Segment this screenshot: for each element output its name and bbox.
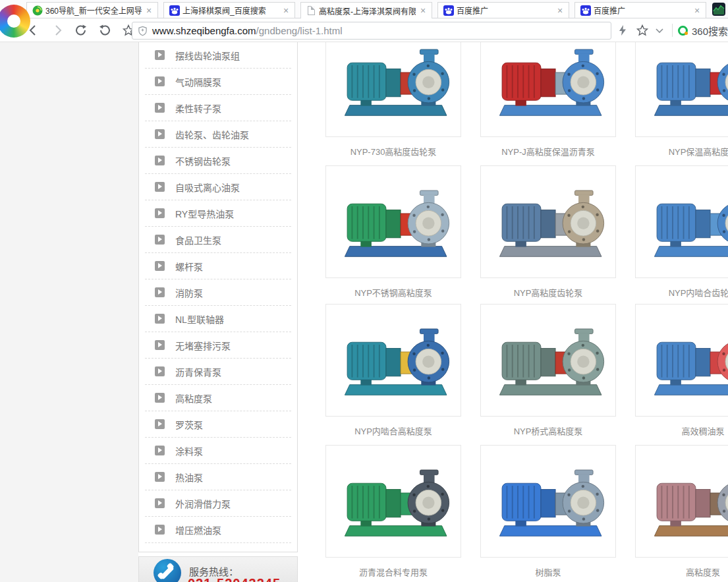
- product-caption-link[interactable]: NYP不锈钢高粘度泵: [325, 286, 461, 299]
- product-pump-image: [488, 37, 609, 125]
- product-caption-link[interactable]: NYP-730高粘度齿轮泵: [325, 145, 461, 158]
- baidu-favicon-icon: [443, 5, 454, 16]
- browser-toolbar: www.shzeqibengfa.com/gndbeng/list-1.html…: [0, 18, 728, 42]
- product-pump-image: [333, 37, 454, 125]
- browser-tab[interactable]: 上海择棋泵阀_百度搜索×: [163, 2, 295, 18]
- product-card[interactable]: [480, 304, 616, 417]
- tab-close-icon[interactable]: ×: [555, 6, 565, 15]
- browser-tab[interactable]: 360导航_新一代安全上网导航×: [26, 2, 158, 18]
- refresh-button[interactable]: [74, 23, 88, 38]
- stock-widget-icon[interactable]: [712, 3, 725, 16]
- tab-strip: 360导航_新一代安全上网导航×上海择棋泵阀_百度搜索×高粘度泵-上海泽淇泵阀有…: [0, 0, 728, 18]
- product-card[interactable]: [635, 445, 728, 558]
- product-caption-link[interactable]: NYP内啮合齿轮泵: [635, 286, 728, 299]
- product-caption-link[interactable]: 树脂泵: [480, 566, 616, 578]
- product-pump-image: [333, 316, 454, 405]
- browser-tab[interactable]: 百度推广×: [574, 2, 706, 18]
- browser-tab[interactable]: 百度推广×: [437, 2, 569, 18]
- tab-title: 上海择棋泵阀_百度搜索: [182, 5, 279, 16]
- product-pump-image: [488, 457, 609, 546]
- bookmark-star-button[interactable]: [635, 23, 650, 38]
- address-bar[interactable]: www.shzeqibengfa.com/gndbeng/list-1.html: [132, 22, 611, 40]
- page-favicon-icon: [308, 6, 315, 15]
- undo-navigation-button[interactable]: [98, 23, 112, 38]
- tab-title: 百度推广: [457, 5, 553, 16]
- product-card[interactable]: [325, 304, 461, 417]
- product-pump-image: [333, 178, 454, 266]
- baidu-favicon-icon: [580, 5, 591, 16]
- product-pump-image: [642, 178, 728, 266]
- tab-close-icon[interactable]: ×: [281, 6, 291, 15]
- product-card[interactable]: [325, 165, 461, 278]
- product-caption-link[interactable]: NYP桥式高粘度泵: [480, 424, 616, 437]
- product-caption-link[interactable]: 沥青混合料专用泵: [325, 566, 461, 578]
- product-caption-link[interactable]: NYP高粘度齿轮泵: [480, 286, 616, 299]
- baidu-favicon-icon: [169, 5, 180, 16]
- product-card[interactable]: [635, 165, 728, 278]
- tab-close-icon[interactable]: ×: [692, 6, 702, 15]
- product-caption-link[interactable]: NYP内啮合高粘度泵: [325, 424, 461, 437]
- product-caption-link[interactable]: 高粘度泵: [635, 566, 728, 578]
- tab-title: 360导航_新一代安全上网导航: [45, 5, 142, 16]
- toolbar-divider: [672, 24, 673, 37]
- product-card[interactable]: [635, 304, 728, 417]
- product-card[interactable]: [480, 445, 616, 558]
- product-card[interactable]: [480, 165, 616, 278]
- 360nav-favicon-icon: [32, 5, 43, 16]
- product-caption-link[interactable]: 高效稠油泵: [635, 424, 728, 437]
- url-domain: www.shzeqibengfa.com: [152, 25, 256, 36]
- tab-close-icon[interactable]: ×: [144, 6, 154, 15]
- product-pump-image: [488, 178, 609, 266]
- product-pump-image: [642, 37, 728, 125]
- search-engine-logo: [678, 26, 688, 36]
- tab-title: 百度推广: [594, 5, 690, 16]
- product-pump-image: [488, 316, 609, 405]
- tab-title: 高粘度泵-上海泽淇泵阀有限公司: [319, 5, 416, 16]
- site-shield-icon: [138, 26, 148, 36]
- product-caption-link[interactable]: NYP保温高粘度泵: [635, 145, 728, 158]
- product-pump-image: [642, 316, 728, 405]
- product-pump-image: [333, 457, 454, 546]
- product-caption-link[interactable]: NYP-J高粘度保温沥青泵: [480, 145, 616, 158]
- url-path: /gndbeng/list-1.html: [256, 25, 343, 36]
- extension-lightning-icon[interactable]: [615, 23, 630, 38]
- tab-close-icon[interactable]: ×: [418, 6, 428, 15]
- product-card[interactable]: [325, 445, 461, 558]
- search-engine-label[interactable]: 360搜索: [692, 24, 728, 38]
- product-pump-image: [642, 457, 728, 546]
- dropdown-chevron-icon[interactable]: [652, 23, 667, 38]
- product-grid: NYP-730高粘度齿轮泵NYP-J高粘度保温沥青泵NYP保温高粘度泵NYP不锈…: [0, 0, 728, 582]
- forward-button[interactable]: [50, 23, 65, 38]
- browser-tab[interactable]: 高粘度泵-上海泽淇泵阀有限公司×: [300, 2, 432, 19]
- browser-chrome: 360导航_新一代安全上网导航×上海择棋泵阀_百度搜索×高粘度泵-上海泽淇泵阀有…: [0, 0, 728, 42]
